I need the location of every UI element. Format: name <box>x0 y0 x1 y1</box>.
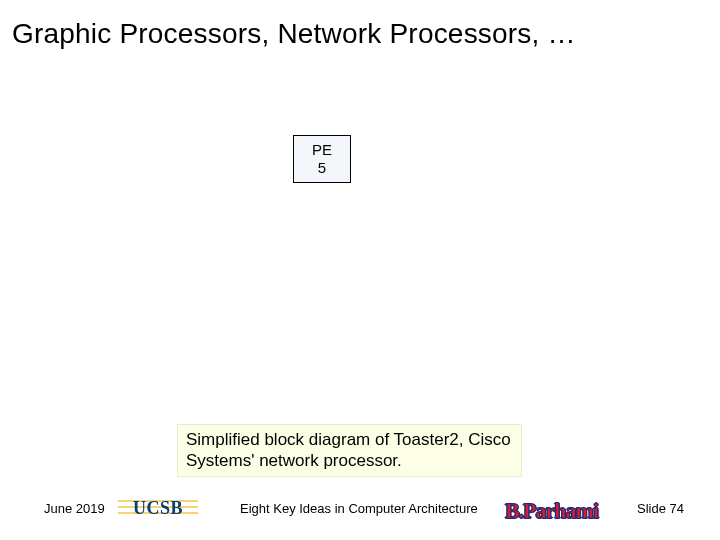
pe-block: PE 5 <box>293 135 351 183</box>
diagram-caption: Simplified block diagram of Toaster2, Ci… <box>177 424 522 477</box>
footer-date: June 2019 <box>44 501 105 516</box>
ucsb-logo: UCSB <box>120 494 196 522</box>
pe-label: PE <box>312 141 332 159</box>
pe-number: 5 <box>318 159 326 177</box>
ucsb-text: UCSB <box>133 498 183 519</box>
slide-number: Slide 74 <box>637 501 684 516</box>
footer-subtitle: Eight Key Ideas in Computer Architecture <box>240 501 520 516</box>
author-signature: B.Parhami <box>505 498 598 524</box>
slide-title: Graphic Processors, Network Processors, … <box>12 18 576 50</box>
